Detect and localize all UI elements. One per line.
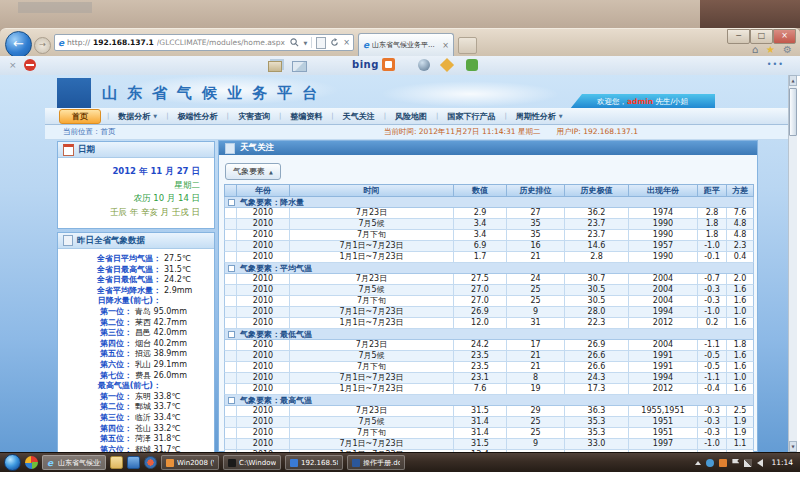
column-header[interactable]: 方差 bbox=[727, 184, 754, 197]
start-button[interactable] bbox=[4, 454, 21, 471]
nav-item-1[interactable]: 数据分析▼ bbox=[109, 111, 166, 122]
element-selector-button[interactable]: 气象要素 ▲ bbox=[225, 163, 281, 180]
new-tab-button[interactable] bbox=[458, 37, 477, 54]
checkbox[interactable] bbox=[228, 199, 235, 206]
mail-icon[interactable] bbox=[292, 61, 307, 72]
page-scrollbar[interactable]: ▲ ▼ bbox=[788, 75, 797, 452]
table-cell: 2010 bbox=[237, 296, 290, 307]
column-header[interactable]: 历史排位 bbox=[507, 184, 565, 197]
network-icon[interactable] bbox=[744, 459, 752, 467]
nav-item-3[interactable]: 灾害查询 bbox=[229, 111, 279, 122]
scroll-up-arrow-icon[interactable]: ▲ bbox=[789, 75, 797, 86]
sparkle-icon[interactable] bbox=[440, 58, 454, 72]
refresh-icon[interactable] bbox=[330, 38, 339, 47]
tab-close-icon[interactable]: × bbox=[442, 41, 449, 50]
rank-label[interactable]: 第四位： bbox=[66, 424, 132, 435]
explorer-icon[interactable] bbox=[110, 456, 123, 469]
taskbar-button[interactable]: C:\Windows\s... bbox=[223, 455, 281, 470]
addon-logo-icon[interactable] bbox=[24, 59, 36, 71]
close-button[interactable]: × bbox=[773, 29, 796, 44]
maximize-button[interactable]: □ bbox=[750, 29, 773, 44]
nav-item-6[interactable]: 风险地图 bbox=[386, 111, 436, 122]
back-button[interactable]: ← bbox=[5, 31, 32, 58]
addon-toolbar: × bing ••• bbox=[0, 56, 800, 76]
rank-label[interactable]: 第四位： bbox=[66, 339, 132, 350]
camera-icon[interactable] bbox=[418, 59, 430, 71]
tools-gear-icon[interactable]: ⚙ bbox=[783, 44, 792, 56]
table-cell: 2.0 bbox=[727, 274, 754, 285]
table-cell: -0.5 bbox=[698, 351, 727, 362]
tray-app-icon[interactable] bbox=[719, 459, 727, 467]
checkbox[interactable] bbox=[228, 331, 235, 338]
taskbar-clock[interactable]: 11:14 bbox=[768, 458, 796, 467]
taskbar-button[interactable]: Win2008 (VS2... bbox=[161, 455, 219, 470]
rank-label[interactable]: 第五位： bbox=[66, 434, 132, 445]
rank-label[interactable]: 第二位： bbox=[66, 318, 132, 329]
home-icon[interactable]: ⌂ bbox=[752, 44, 758, 56]
checkbox[interactable] bbox=[228, 397, 235, 404]
bing-search-widget[interactable]: bing bbox=[352, 58, 395, 71]
nav-item-7[interactable]: 国家下行产品 bbox=[438, 111, 504, 122]
nav-item-5[interactable]: 天气关注 bbox=[334, 111, 384, 122]
stat-label[interactable]: 全省日平均气温： bbox=[66, 254, 161, 265]
column-header[interactable]: 出现年份 bbox=[629, 184, 698, 197]
nav-item-8[interactable]: 周期性分析▼ bbox=[507, 111, 572, 122]
nav-item-2[interactable]: 极端性分析 bbox=[169, 111, 227, 122]
taskbar-button[interactable]: 操作手册.docx ... bbox=[347, 455, 405, 470]
column-header[interactable]: 数值 bbox=[454, 184, 507, 197]
rank-label[interactable]: 第三位： bbox=[66, 413, 132, 424]
browser-tab[interactable]: e 山东省气候业务平... × bbox=[358, 33, 454, 56]
rank-label[interactable]: 第六位： bbox=[66, 445, 132, 452]
rank-label[interactable]: 第三位： bbox=[66, 328, 132, 339]
minimize-button[interactable]: − bbox=[727, 29, 750, 44]
column-header[interactable] bbox=[224, 184, 237, 197]
volume-icon[interactable] bbox=[757, 459, 763, 467]
nav-item-4[interactable]: 整编资料 bbox=[281, 111, 331, 122]
pinned-app-icon[interactable] bbox=[25, 456, 38, 469]
compatibility-view-icon[interactable] bbox=[316, 37, 326, 49]
stat-label[interactable]: 全省日最低气温： bbox=[66, 275, 161, 286]
rank-label[interactable]: 第五位： bbox=[66, 349, 132, 360]
scrollbar-thumb[interactable] bbox=[789, 88, 797, 136]
favorites-icon[interactable]: ★ bbox=[766, 44, 775, 56]
toolbar-close-icon[interactable]: × bbox=[9, 60, 17, 70]
media-player-icon[interactable] bbox=[144, 456, 157, 469]
rank-row: 第三位：临沂 33.4℃ bbox=[66, 413, 210, 424]
rank-label[interactable]: 第六位： bbox=[66, 360, 132, 371]
addon-green-icon[interactable] bbox=[466, 59, 478, 71]
column-header[interactable]: 年份 bbox=[237, 184, 290, 197]
column-header[interactable]: 时间 bbox=[290, 184, 454, 197]
rank-label[interactable]: 第一位： bbox=[66, 392, 132, 403]
rank-group-label[interactable]: 最高气温(前七)： bbox=[66, 381, 161, 392]
ie-page-icon: e bbox=[58, 38, 64, 48]
rank-label[interactable]: 第一位： bbox=[66, 307, 132, 318]
stat-label[interactable]: 全省平均降水量： bbox=[66, 286, 161, 297]
taskbar-button[interactable]: 192.168.58.99... bbox=[285, 455, 343, 470]
nav-item-0[interactable]: 首页 bbox=[59, 109, 101, 124]
scroll-down-arrow-icon[interactable]: ▼ bbox=[789, 441, 797, 452]
action-center-flag-icon[interactable] bbox=[732, 459, 739, 467]
table-cell bbox=[224, 208, 237, 219]
stat-label[interactable]: 全省日最高气温： bbox=[66, 265, 161, 276]
table-cell bbox=[224, 428, 237, 439]
more-options-icon[interactable]: ••• bbox=[767, 60, 784, 69]
rank-group-label[interactable]: 日降水量(前七)： bbox=[66, 296, 161, 307]
search-icon[interactable] bbox=[290, 38, 299, 47]
rank-label[interactable]: 第七位： bbox=[66, 371, 132, 382]
column-header[interactable]: 距平 bbox=[698, 184, 727, 197]
table-cell: -0.3 bbox=[698, 296, 727, 307]
checkbox[interactable] bbox=[228, 265, 235, 272]
forward-button[interactable]: → bbox=[34, 37, 51, 54]
rank-label[interactable]: 第二位： bbox=[66, 402, 132, 413]
address-bar[interactable]: e http://192.168.137.1/GLCCLIMATE/module… bbox=[54, 34, 354, 51]
taskbar-button-ie[interactable]: e 山东省气候业务... bbox=[42, 455, 106, 470]
pinned-app-icon[interactable] bbox=[127, 456, 140, 469]
card-icon[interactable] bbox=[268, 61, 282, 72]
table-cell: 26.6 bbox=[565, 362, 629, 373]
table-cell: 1997 bbox=[629, 439, 698, 450]
tray-app-icon[interactable] bbox=[706, 459, 714, 467]
tray-expand-icon[interactable] bbox=[695, 461, 701, 465]
column-header[interactable]: 历史极值 bbox=[565, 184, 629, 197]
autocomplete-caret-icon[interactable]: ▼ bbox=[303, 40, 307, 46]
stop-icon[interactable]: × bbox=[343, 38, 350, 47]
